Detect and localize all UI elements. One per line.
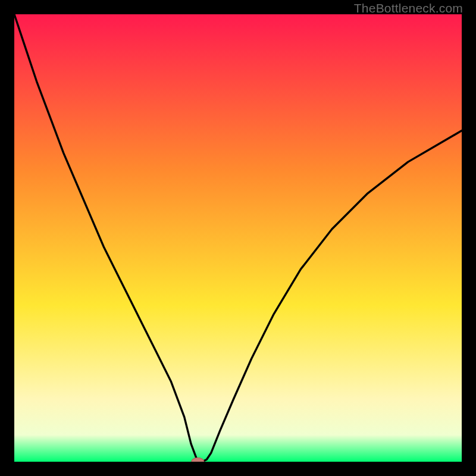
plot-area (14, 14, 462, 462)
watermark-text: TheBottleneck.com (354, 1, 463, 15)
chart-frame: TheBottleneck.com (0, 0, 476, 476)
svg-rect-0 (14, 14, 462, 462)
gradient-background (14, 14, 462, 462)
